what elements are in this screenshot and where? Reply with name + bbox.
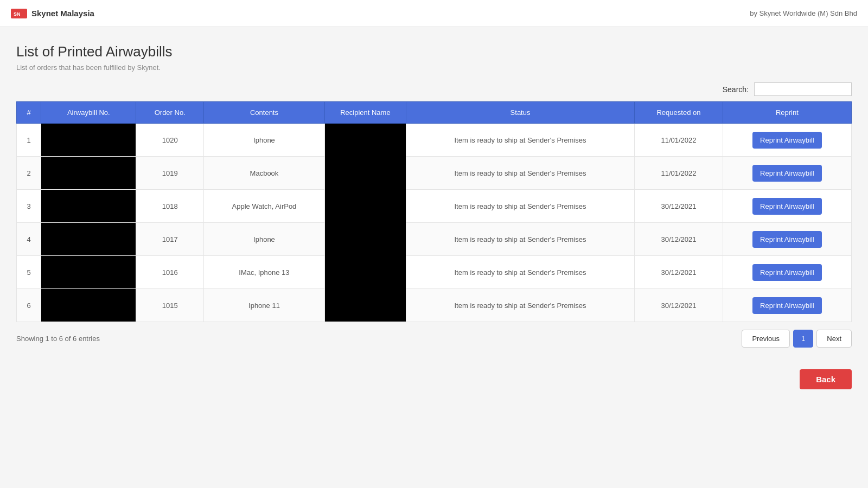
cell-order-no: 1016 xyxy=(136,256,204,289)
cell-contents: Iphone xyxy=(204,124,325,157)
cell-airwaybill xyxy=(41,289,136,322)
cell-contents: Iphone xyxy=(204,223,325,256)
cell-num: 1 xyxy=(17,124,41,157)
table-row: 11020IphoneItem is ready to ship at Send… xyxy=(17,124,852,157)
cell-contents: Iphone 11 xyxy=(204,289,325,322)
cell-airwaybill xyxy=(41,124,136,157)
table-row: 41017IphoneItem is ready to ship at Send… xyxy=(17,223,852,256)
reprint-airwaybill-button[interactable]: Reprint Airwaybill xyxy=(752,132,822,149)
cell-reprint: Reprint Airwaybill xyxy=(723,190,851,223)
table-row: 21019MacbookItem is ready to ship at Sen… xyxy=(17,157,852,190)
cell-num: 6 xyxy=(17,289,41,322)
cell-contents: IMac, Iphone 13 xyxy=(204,256,325,289)
page-1-button[interactable]: 1 xyxy=(793,330,813,348)
reprint-airwaybill-button[interactable]: Reprint Airwaybill xyxy=(752,264,822,281)
cell-airwaybill xyxy=(41,157,136,190)
cell-requested-on: 11/01/2022 xyxy=(635,157,723,190)
col-header-reprint: Reprint xyxy=(723,102,851,124)
reprint-airwaybill-button[interactable]: Reprint Airwaybill xyxy=(752,297,822,314)
reprint-airwaybill-button[interactable]: Reprint Airwaybill xyxy=(752,165,822,182)
cell-order-no: 1019 xyxy=(136,157,204,190)
col-header-recipient: Recipient Name xyxy=(324,102,406,124)
cell-reprint: Reprint Airwaybill xyxy=(723,256,851,289)
previous-button[interactable]: Previous xyxy=(742,330,790,348)
cell-status: Item is ready to ship at Sender's Premis… xyxy=(406,289,634,322)
cell-reprint: Reprint Airwaybill xyxy=(723,289,851,322)
col-header-order: Order No. xyxy=(136,102,204,124)
brand: SN Skynet Malaysia xyxy=(11,9,94,18)
page-subtitle: List of orders that has been fulfilled b… xyxy=(16,63,852,72)
cell-num: 3 xyxy=(17,190,41,223)
cell-order-no: 1020 xyxy=(136,124,204,157)
brand-icon: SN xyxy=(11,9,27,18)
navbar-tagline: by Skynet Worldwide (M) Sdn Bhd xyxy=(750,9,857,17)
cell-status: Item is ready to ship at Sender's Premis… xyxy=(406,190,634,223)
col-header-num: # xyxy=(17,102,41,124)
cell-num: 5 xyxy=(17,256,41,289)
cell-requested-on: 30/12/2021 xyxy=(635,256,723,289)
page-title: List of Printed Airwaybills xyxy=(16,43,852,60)
cell-contents: Apple Watch, AirPod xyxy=(204,190,325,223)
cell-reprint: Reprint Airwaybill xyxy=(723,223,851,256)
reprint-airwaybill-button[interactable]: Reprint Airwaybill xyxy=(752,198,822,215)
cell-order-no: 1015 xyxy=(136,289,204,322)
table-row: 61015Iphone 11Item is ready to ship at S… xyxy=(17,289,852,322)
table-footer: Showing 1 to 6 of 6 entries Previous 1 N… xyxy=(16,330,852,348)
cell-order-no: 1017 xyxy=(136,223,204,256)
cell-reprint: Reprint Airwaybill xyxy=(723,157,851,190)
cell-requested-on: 30/12/2021 xyxy=(635,289,723,322)
cell-requested-on: 11/01/2022 xyxy=(635,124,723,157)
cell-status: Item is ready to ship at Sender's Premis… xyxy=(406,223,634,256)
navbar: SN Skynet Malaysia by Skynet Worldwide (… xyxy=(0,0,868,27)
back-section: Back xyxy=(0,358,868,395)
search-label: Search: xyxy=(723,85,749,94)
cell-num: 2 xyxy=(17,157,41,190)
cell-reprint: Reprint Airwaybill xyxy=(723,124,851,157)
table-header-row: # Airwaybill No. Order No. Contents Reci… xyxy=(17,102,852,124)
search-bar: Search: xyxy=(16,82,852,96)
back-button[interactable]: Back xyxy=(800,369,852,389)
cell-airwaybill xyxy=(41,190,136,223)
cell-num: 4 xyxy=(17,223,41,256)
brand-name: Skynet Malaysia xyxy=(31,9,94,18)
cell-status: Item is ready to ship at Sender's Premis… xyxy=(406,124,634,157)
col-header-requested: Requested on xyxy=(635,102,723,124)
search-input[interactable] xyxy=(754,82,852,96)
cell-recipient xyxy=(324,124,406,322)
table-row: 51016IMac, Iphone 13Item is ready to shi… xyxy=(17,256,852,289)
main-content: List of Printed Airwaybills List of orde… xyxy=(0,27,868,358)
cell-requested-on: 30/12/2021 xyxy=(635,190,723,223)
cell-airwaybill xyxy=(41,223,136,256)
reprint-airwaybill-button[interactable]: Reprint Airwaybill xyxy=(752,231,822,248)
next-button[interactable]: Next xyxy=(816,330,852,348)
col-header-contents: Contents xyxy=(204,102,325,124)
cell-airwaybill xyxy=(41,256,136,289)
showing-text: Showing 1 to 6 of 6 entries xyxy=(16,335,100,343)
svg-text:SN: SN xyxy=(14,11,21,17)
table-row: 31018Apple Watch, AirPodItem is ready to… xyxy=(17,190,852,223)
cell-status: Item is ready to ship at Sender's Premis… xyxy=(406,256,634,289)
cell-contents: Macbook xyxy=(204,157,325,190)
pagination: Previous 1 Next xyxy=(742,330,852,348)
cell-requested-on: 30/12/2021 xyxy=(635,223,723,256)
airwaybills-table: # Airwaybill No. Order No. Contents Reci… xyxy=(16,101,852,322)
col-header-airwaybill: Airwaybill No. xyxy=(41,102,136,124)
col-header-status: Status xyxy=(406,102,634,124)
cell-status: Item is ready to ship at Sender's Premis… xyxy=(406,157,634,190)
cell-order-no: 1018 xyxy=(136,190,204,223)
